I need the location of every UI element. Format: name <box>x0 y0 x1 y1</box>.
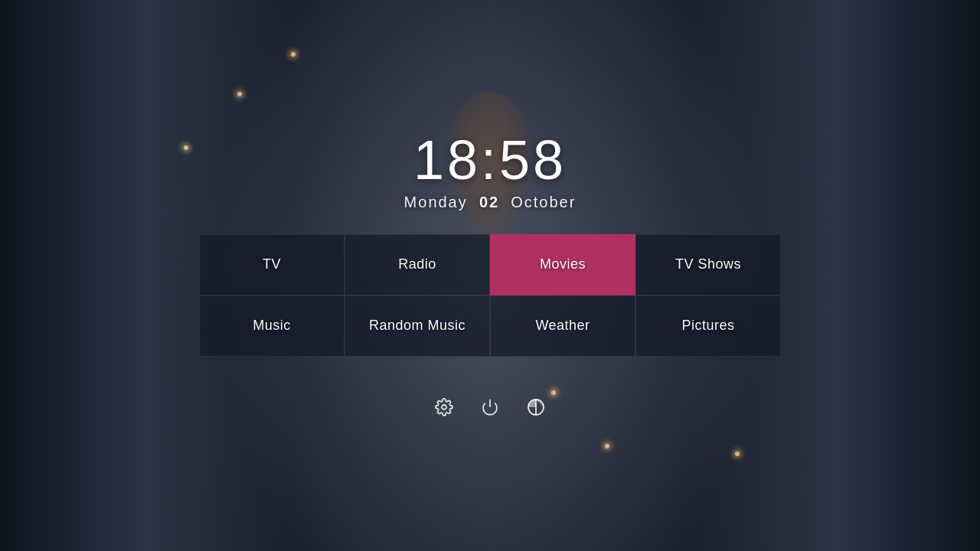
clock-date: Monday 02 October <box>404 194 577 211</box>
clock-day: Monday <box>404 194 468 210</box>
menu-item-movies[interactable]: Movies <box>490 234 635 295</box>
clock-time: 18:58 <box>404 132 577 187</box>
menu-item-music[interactable]: Music <box>199 295 345 357</box>
menu-grid: TVRadioMoviesTV ShowsMusicRandom MusicWe… <box>199 234 781 357</box>
clock-day-number: 02 <box>479 194 499 210</box>
clock-month: October <box>511 194 576 210</box>
menu-item-pictures[interactable]: Pictures <box>635 295 781 357</box>
settings-button[interactable] <box>432 395 456 419</box>
menu-item-tv-shows[interactable]: TV Shows <box>635 234 781 295</box>
menu-item-random-music[interactable]: Random Music <box>345 295 490 357</box>
settings-icon <box>435 398 453 416</box>
svg-point-0 <box>442 405 446 409</box>
menu-item-tv[interactable]: TV <box>199 234 345 295</box>
menu-item-weather[interactable]: Weather <box>490 295 635 357</box>
bottom-controls <box>432 395 548 419</box>
clock-section: 18:58 Monday 02 October <box>404 132 577 211</box>
power-icon <box>481 398 499 416</box>
power-button[interactable] <box>478 395 502 419</box>
display-button[interactable] <box>524 395 548 419</box>
menu-item-radio[interactable]: Radio <box>345 234 490 295</box>
main-content: 18:58 Monday 02 October TVRadioMoviesTV … <box>0 0 980 551</box>
display-icon <box>527 398 545 416</box>
